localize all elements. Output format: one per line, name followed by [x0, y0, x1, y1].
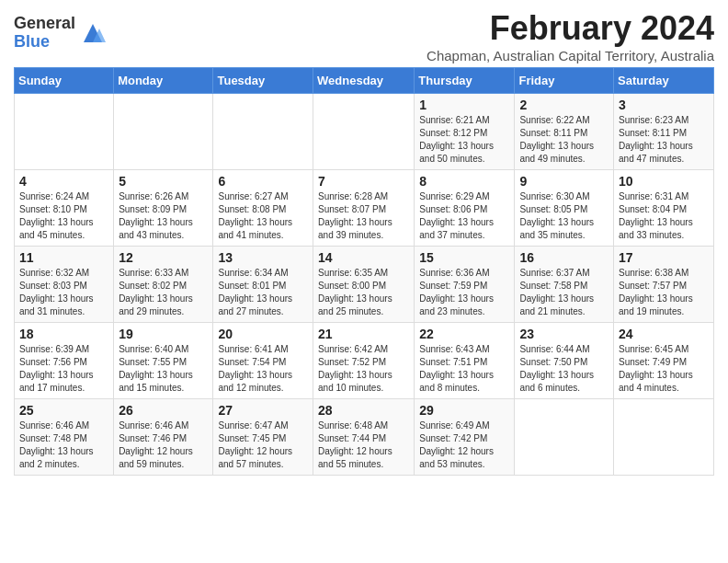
main-title: February 2024: [427, 9, 714, 48]
day-info: Sunrise: 6:34 AM Sunset: 8:01 PM Dayligh…: [218, 268, 292, 316]
day-number: 28: [318, 403, 409, 418]
day-number: 23: [519, 327, 609, 341]
day-number: 10: [619, 174, 709, 189]
day-number: 8: [419, 174, 509, 189]
day-cell: 27Sunrise: 6:47 AM Sunset: 7:45 PM Dayli…: [213, 399, 313, 476]
day-info: Sunrise: 6:43 AM Sunset: 7:51 PM Dayligh…: [419, 344, 494, 393]
header-day-wednesday: Wednesday: [313, 68, 415, 94]
day-cell: 22Sunrise: 6:43 AM Sunset: 7:51 PM Dayli…: [415, 323, 515, 399]
day-cell: 2Sunrise: 6:22 AM Sunset: 8:11 PM Daylig…: [515, 94, 614, 170]
day-number: 25: [19, 403, 108, 418]
day-cell: 15Sunrise: 6:36 AM Sunset: 7:59 PM Dayli…: [415, 247, 515, 323]
day-cell: 24Sunrise: 6:45 AM Sunset: 7:49 PM Dayli…: [614, 323, 714, 399]
day-info: Sunrise: 6:35 AM Sunset: 8:00 PM Dayligh…: [318, 268, 392, 316]
day-cell: 1Sunrise: 6:21 AM Sunset: 8:12 PM Daylig…: [415, 94, 515, 170]
day-cell: [213, 94, 313, 170]
subtitle: Chapman, Australian Capital Territory, A…: [427, 48, 714, 63]
logo-icon: [79, 19, 107, 47]
calendar-body: 1Sunrise: 6:21 AM Sunset: 8:12 PM Daylig…: [15, 94, 714, 476]
day-info: Sunrise: 6:24 AM Sunset: 8:10 PM Dayligh…: [19, 191, 94, 240]
day-cell: 6Sunrise: 6:27 AM Sunset: 8:08 PM Daylig…: [213, 170, 313, 247]
day-number: 22: [419, 327, 509, 341]
day-number: 11: [19, 250, 108, 265]
day-number: 21: [318, 327, 409, 341]
day-cell: 8Sunrise: 6:29 AM Sunset: 8:06 PM Daylig…: [415, 170, 515, 247]
day-info: Sunrise: 6:29 AM Sunset: 8:06 PM Dayligh…: [419, 191, 494, 240]
day-info: Sunrise: 6:23 AM Sunset: 8:11 PM Dayligh…: [619, 115, 693, 164]
week-row-1: 1Sunrise: 6:21 AM Sunset: 8:12 PM Daylig…: [15, 94, 714, 170]
day-cell: 9Sunrise: 6:30 AM Sunset: 8:05 PM Daylig…: [515, 170, 614, 247]
day-cell: 11Sunrise: 6:32 AM Sunset: 8:03 PM Dayli…: [15, 247, 114, 323]
day-number: 26: [119, 403, 208, 418]
title-section: February 2024 Chapman, Australian Capita…: [427, 9, 714, 63]
header-day-friday: Friday: [515, 68, 614, 94]
header-day-thursday: Thursday: [415, 68, 515, 94]
day-number: 15: [419, 250, 509, 265]
day-info: Sunrise: 6:28 AM Sunset: 8:07 PM Dayligh…: [318, 191, 392, 240]
header-day-sunday: Sunday: [15, 68, 114, 94]
day-info: Sunrise: 6:36 AM Sunset: 7:59 PM Dayligh…: [419, 268, 494, 316]
day-info: Sunrise: 6:31 AM Sunset: 8:04 PM Dayligh…: [619, 191, 693, 240]
day-number: 19: [119, 327, 208, 341]
day-info: Sunrise: 6:49 AM Sunset: 7:42 PM Dayligh…: [419, 420, 494, 469]
logo-blue: Blue: [14, 33, 75, 52]
day-cell: [114, 94, 213, 170]
day-number: 29: [419, 403, 509, 418]
week-row-3: 11Sunrise: 6:32 AM Sunset: 8:03 PM Dayli…: [15, 247, 714, 323]
day-info: Sunrise: 6:46 AM Sunset: 7:48 PM Dayligh…: [19, 420, 94, 469]
day-number: 20: [218, 327, 308, 341]
day-number: 6: [218, 174, 308, 189]
day-cell: 3Sunrise: 6:23 AM Sunset: 8:11 PM Daylig…: [614, 94, 714, 170]
day-number: 1: [419, 98, 509, 112]
day-number: 9: [519, 174, 609, 189]
day-number: 2: [519, 98, 609, 112]
day-info: Sunrise: 6:33 AM Sunset: 8:02 PM Dayligh…: [119, 268, 193, 316]
day-cell: [15, 94, 114, 170]
day-info: Sunrise: 6:47 AM Sunset: 7:45 PM Dayligh…: [218, 420, 292, 469]
day-number: 27: [218, 403, 308, 418]
day-info: Sunrise: 6:45 AM Sunset: 7:49 PM Dayligh…: [619, 344, 693, 393]
day-number: 5: [119, 174, 208, 189]
day-cell: 16Sunrise: 6:37 AM Sunset: 7:58 PM Dayli…: [515, 247, 614, 323]
day-info: Sunrise: 6:37 AM Sunset: 7:58 PM Dayligh…: [519, 268, 594, 316]
day-cell: 13Sunrise: 6:34 AM Sunset: 8:01 PM Dayli…: [213, 247, 313, 323]
day-number: 17: [619, 250, 709, 265]
day-info: Sunrise: 6:21 AM Sunset: 8:12 PM Dayligh…: [419, 115, 494, 164]
day-cell: 10Sunrise: 6:31 AM Sunset: 8:04 PM Dayli…: [614, 170, 714, 247]
calendar-header: SundayMondayTuesdayWednesdayThursdayFrid…: [15, 68, 714, 94]
week-row-2: 4Sunrise: 6:24 AM Sunset: 8:10 PM Daylig…: [15, 170, 714, 247]
day-info: Sunrise: 6:22 AM Sunset: 8:11 PM Dayligh…: [519, 115, 594, 164]
day-cell: 4Sunrise: 6:24 AM Sunset: 8:10 PM Daylig…: [15, 170, 114, 247]
day-number: 7: [318, 174, 409, 189]
day-number: 18: [19, 327, 108, 341]
day-cell: [515, 399, 614, 476]
day-cell: 17Sunrise: 6:38 AM Sunset: 7:57 PM Dayli…: [614, 247, 714, 323]
day-cell: [313, 94, 415, 170]
logo-general: General: [14, 15, 75, 33]
day-cell: 5Sunrise: 6:26 AM Sunset: 8:09 PM Daylig…: [114, 170, 213, 247]
day-cell: 26Sunrise: 6:46 AM Sunset: 7:46 PM Dayli…: [114, 399, 213, 476]
day-cell: 23Sunrise: 6:44 AM Sunset: 7:50 PM Dayli…: [515, 323, 614, 399]
calendar-table: SundayMondayTuesdayWednesdayThursdayFrid…: [14, 67, 714, 476]
day-cell: [614, 399, 714, 476]
day-info: Sunrise: 6:27 AM Sunset: 8:08 PM Dayligh…: [218, 191, 292, 240]
header-row: SundayMondayTuesdayWednesdayThursdayFrid…: [15, 68, 714, 94]
day-info: Sunrise: 6:30 AM Sunset: 8:05 PM Dayligh…: [519, 191, 594, 240]
day-info: Sunrise: 6:42 AM Sunset: 7:52 PM Dayligh…: [318, 344, 392, 393]
header-day-tuesday: Tuesday: [213, 68, 313, 94]
day-info: Sunrise: 6:41 AM Sunset: 7:54 PM Dayligh…: [218, 344, 292, 393]
day-info: Sunrise: 6:40 AM Sunset: 7:55 PM Dayligh…: [119, 344, 193, 393]
day-number: 3: [619, 98, 709, 112]
day-cell: 14Sunrise: 6:35 AM Sunset: 8:00 PM Dayli…: [313, 247, 415, 323]
day-cell: 25Sunrise: 6:46 AM Sunset: 7:48 PM Dayli…: [15, 399, 114, 476]
day-info: Sunrise: 6:26 AM Sunset: 8:09 PM Dayligh…: [119, 191, 193, 240]
day-number: 24: [619, 327, 709, 341]
week-row-5: 25Sunrise: 6:46 AM Sunset: 7:48 PM Dayli…: [15, 399, 714, 476]
day-cell: 28Sunrise: 6:48 AM Sunset: 7:44 PM Dayli…: [313, 399, 415, 476]
day-cell: 20Sunrise: 6:41 AM Sunset: 7:54 PM Dayli…: [213, 323, 313, 399]
day-info: Sunrise: 6:32 AM Sunset: 8:03 PM Dayligh…: [19, 268, 94, 316]
day-cell: 21Sunrise: 6:42 AM Sunset: 7:52 PM Dayli…: [313, 323, 415, 399]
day-info: Sunrise: 6:46 AM Sunset: 7:46 PM Dayligh…: [119, 420, 193, 469]
day-info: Sunrise: 6:44 AM Sunset: 7:50 PM Dayligh…: [519, 344, 594, 393]
day-info: Sunrise: 6:48 AM Sunset: 7:44 PM Dayligh…: [318, 420, 392, 469]
